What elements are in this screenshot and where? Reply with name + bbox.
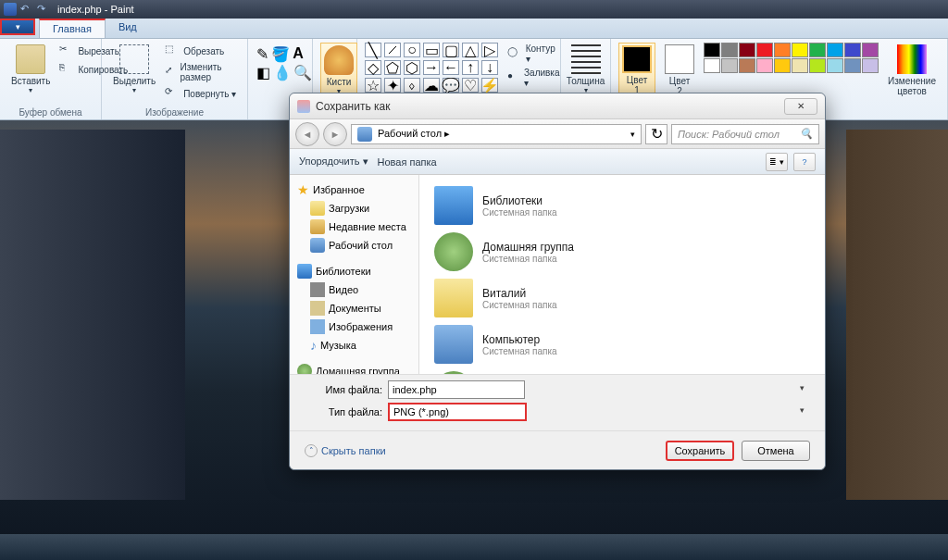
filetype-dropdown[interactable] (388, 403, 527, 421)
brush-icon (324, 45, 354, 75)
list-item[interactable]: Домашняя группа Системная папка (427, 229, 817, 275)
scissors-icon: ✂ (59, 44, 74, 58)
sidebar-item-pictures[interactable]: Изображения (293, 317, 415, 336)
sidebar-libraries[interactable]: Библиотеки (293, 262, 415, 280)
eraser-tool[interactable]: ◧ (256, 63, 271, 81)
paint-titlebar: ↶ ↷ index.php - Paint (0, 0, 948, 19)
windows-taskbar[interactable] (0, 534, 948, 560)
filename-input[interactable] (388, 380, 525, 399)
crop-button[interactable]: ⬚Обрезать (163, 43, 240, 59)
color1-swatch (622, 45, 652, 73)
sidebar-item-downloads[interactable]: Загрузки (293, 199, 415, 218)
fill-tool[interactable]: 🪣 (271, 44, 290, 63)
dialog-body: ★Избранное Загрузки Недавние места Рабоч… (290, 175, 825, 374)
color-swatch[interactable] (721, 58, 738, 73)
recent-icon (310, 219, 325, 234)
shape-outline-button[interactable]: ◯Контур ▾ (505, 43, 564, 65)
sidebar-item-desktop[interactable]: Рабочий стол (293, 236, 415, 255)
list-item[interactable]: Виталий Системная папка (427, 275, 817, 321)
tab-view[interactable]: Вид (106, 19, 150, 38)
group-clipboard: Вставить ▾ ✂Вырезать ⎘Копировать Буфер о… (0, 39, 102, 119)
rainbow-icon (897, 44, 927, 74)
entry-name: Домашняя группа (482, 241, 574, 254)
edit-colors-button[interactable]: Изменение цветов (884, 43, 940, 98)
sidebar-favorites[interactable]: ★Избранное (293, 180, 415, 199)
search-icon: 🔍 (800, 128, 813, 140)
color-swatch[interactable] (774, 58, 791, 73)
search-box[interactable]: Поиск: Рабочий стол 🔍 (671, 124, 819, 144)
file-menu-button[interactable] (0, 19, 35, 35)
save-button[interactable]: Сохранить (666, 441, 734, 461)
shapes-gallery[interactable]: ╲⟋○▭▢△▷ ◇⬠⬡→←↑↓ ☆✦⬨☁💬♡⚡ (365, 43, 500, 94)
address-bar[interactable]: Рабочий стол ▸ ▾ (351, 124, 642, 144)
color-swatch[interactable] (862, 58, 879, 73)
nav-forward-button[interactable]: ► (323, 122, 347, 146)
shape-fill-button[interactable]: ●Заливка ▾ (505, 67, 564, 89)
help-button[interactable]: ? (793, 153, 816, 171)
color-swatch[interactable] (756, 58, 773, 73)
dialog-close-button[interactable]: ✕ (784, 98, 817, 115)
file-list[interactable]: Библиотеки Системная папка Домашняя груп… (419, 175, 825, 374)
star-icon: ★ (297, 182, 309, 197)
hide-folders-link[interactable]: ˄ Скрыть папки (305, 444, 386, 457)
color1-button[interactable]: Цвет 1 (618, 43, 655, 98)
color-swatch[interactable] (827, 43, 843, 57)
color-swatch[interactable] (844, 43, 861, 57)
zoom-tool[interactable]: 🔍 (293, 63, 312, 81)
color-swatch[interactable] (792, 43, 808, 57)
undo-icon[interactable]: ↶ (20, 3, 33, 16)
text-tool[interactable]: A (292, 44, 305, 63)
color-swatch[interactable] (739, 58, 755, 73)
save-icon[interactable] (4, 3, 17, 16)
sidebar-item-video[interactable]: Видео (293, 280, 415, 299)
redo-icon[interactable]: ↷ (37, 3, 50, 16)
entry-icon (434, 279, 473, 317)
thickness-button[interactable]: Толщина ▾ (568, 43, 603, 96)
cancel-button[interactable]: Отмена (742, 441, 810, 461)
color-swatch[interactable] (704, 58, 720, 73)
color-swatch[interactable] (721, 43, 738, 57)
sidebar-item-music[interactable]: ♪Музыка (293, 336, 415, 355)
color-swatch[interactable] (792, 58, 808, 73)
color-swatch[interactable] (844, 58, 861, 73)
entry-icon (434, 186, 473, 225)
save-as-dialog: Сохранить как ✕ ◄ ► Рабочий стол ▸ ▾ ↻ П… (289, 93, 826, 470)
pencil-tool[interactable]: ✎ (256, 44, 269, 63)
color-palette[interactable] (704, 43, 879, 73)
tab-main[interactable]: Главная (39, 19, 106, 38)
sidebar-item-documents[interactable]: Документы (293, 299, 415, 317)
entry-name: Библиотеки (482, 194, 557, 207)
color-swatch[interactable] (809, 43, 826, 57)
list-item[interactable]: Компьютер Системная папка (427, 321, 817, 367)
entry-name: Виталий (482, 287, 557, 300)
color2-swatch (665, 44, 694, 74)
list-item[interactable]: Библиотеки Системная папка (427, 182, 817, 229)
color-swatch[interactable] (827, 58, 843, 73)
dialog-titlebar[interactable]: Сохранить как ✕ (290, 93, 825, 119)
sidebar-item-recent[interactable]: Недавние места (293, 218, 415, 236)
color-swatch[interactable] (704, 43, 720, 57)
entry-type: Системная папка (482, 207, 557, 218)
select-button[interactable]: Выделить ▾ (109, 43, 159, 102)
list-item[interactable]: Сеть (427, 367, 817, 374)
view-mode-button[interactable]: ≣ ▾ (766, 153, 788, 171)
color-swatch[interactable] (862, 43, 879, 57)
brushes-button[interactable]: Кисти ▾ (320, 43, 357, 98)
color-swatch[interactable] (809, 58, 826, 73)
nav-back-button[interactable]: ◄ (295, 122, 319, 146)
new-folder-button[interactable]: Новая папка (378, 156, 437, 168)
paste-button[interactable]: Вставить ▾ (7, 43, 54, 96)
sidebar-homegroup[interactable]: Домашняя группа (293, 362, 415, 374)
color-swatch[interactable] (774, 43, 791, 57)
color2-button[interactable]: Цвет 2 (661, 43, 698, 98)
entry-type: Системная папка (482, 346, 557, 356)
picker-tool[interactable]: 💧 (273, 63, 292, 81)
color-swatch[interactable] (739, 43, 755, 57)
refresh-button[interactable]: ↻ (645, 124, 667, 144)
rotate-button[interactable]: ⟳Повернуть ▾ (163, 85, 240, 102)
resize-button[interactable]: ⤢Изменить размер (163, 61, 240, 83)
color-swatch[interactable] (756, 43, 773, 57)
group-image: Выделить ▾ ⬚Обрезать ⤢Изменить размер ⟳П… (102, 39, 248, 119)
dialog-sidebar: ★Избранное Загрузки Недавние места Рабоч… (290, 175, 419, 374)
organize-button[interactable]: Упорядочить ▾ (299, 156, 368, 168)
